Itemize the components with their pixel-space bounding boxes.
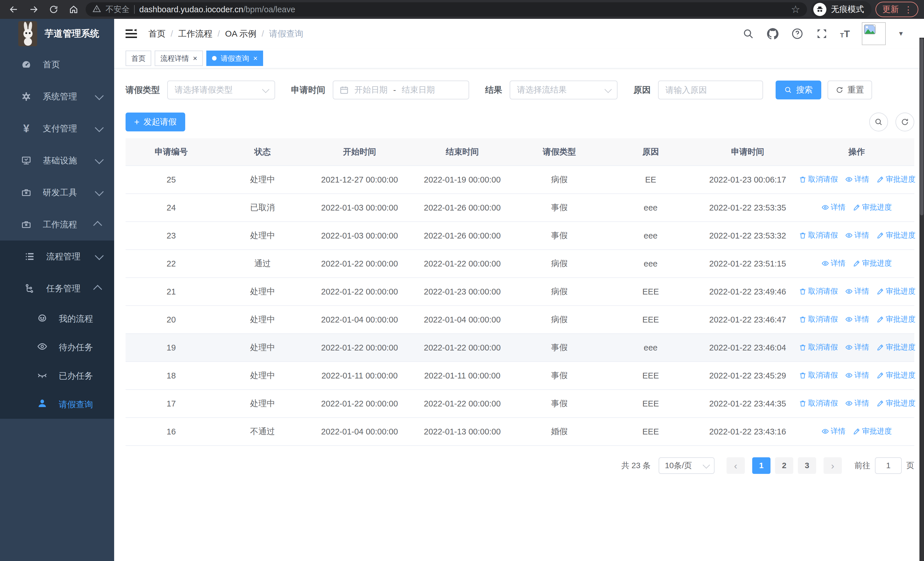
approval-progress-link[interactable]: 审批进度 [877,370,915,380]
approval-progress-link[interactable]: 审批进度 [853,258,892,268]
sidebar-item[interactable]: ¥支付管理 [0,113,114,144]
sidebar-item[interactable]: 首页 [0,48,114,81]
detail-link[interactable]: 详情 [845,174,869,184]
view-tag[interactable]: 流程详情× [154,51,203,66]
browser-menu-icon[interactable]: ⋮ [904,5,913,15]
detail-link[interactable]: 详情 [822,426,846,436]
detail-link[interactable]: 详情 [845,342,869,352]
cancel-leave-link[interactable]: 取消请假 [799,230,838,240]
prev-page-button[interactable]: ‹ [726,457,745,474]
eye-closed-icon [37,370,47,382]
next-page-button[interactable]: › [824,457,842,474]
page-number-button[interactable]: 1 [752,457,771,474]
detail-link[interactable]: 详情 [845,370,869,380]
fullscreen-button[interactable] [816,27,828,40]
apply-time-range-picker[interactable]: 开始日期 - 结束日期 [333,81,469,99]
table-row: 20处理中2022-01-04 00:00:002022-01-04 00:00… [126,305,914,334]
approval-progress-link[interactable]: 审批进度 [877,314,915,324]
help-button[interactable] [791,27,804,40]
breadcrumb-item[interactable]: 工作流程 [178,28,212,40]
cancel-leave-link[interactable]: 取消请假 [799,286,838,296]
trash-icon [799,371,806,379]
cancel-leave-link[interactable]: 取消请假 [799,398,838,408]
approval-progress-link[interactable]: 审批进度 [877,230,915,240]
github-button[interactable] [766,27,779,40]
result-select[interactable]: 请选择流结果 [510,81,618,99]
approval-progress-link[interactable]: 审批进度 [877,342,915,352]
incognito-badge: 无痕模式 [811,1,872,18]
browser-forward-button[interactable] [26,2,42,17]
sidebar-item[interactable]: 工作流程 [0,209,114,241]
sidebar-item[interactable]: 任务管理 [0,272,114,304]
view-tag[interactable]: 首页 [126,51,151,66]
approval-progress-link[interactable]: 审批进度 [877,398,915,408]
page-number-button[interactable]: 3 [798,457,816,474]
refresh-table-button[interactable] [896,113,914,131]
detail-eye-icon [845,288,853,295]
cancel-leave-link[interactable]: 取消请假 [799,342,838,352]
sidebar-item[interactable]: 研发工具 [0,176,114,209]
reset-button[interactable]: 重置 [828,81,872,99]
update-label: 更新 [882,4,899,15]
close-icon[interactable]: × [193,54,197,62]
cell-id: 22 [126,250,217,278]
approval-progress-link[interactable]: 审批进度 [853,426,892,436]
sidebar-subitem[interactable]: 已办任务 [0,362,114,390]
sidebar-subitem[interactable]: 请假查询 [0,390,114,419]
sidebar-item[interactable]: 系统管理 [0,81,114,113]
close-icon[interactable]: × [253,54,257,62]
search-icon [874,118,883,126]
detail-link[interactable]: 详情 [845,398,869,408]
breadcrumb-item[interactable]: OA 示例 [225,28,256,40]
view-tag[interactable]: 请假查询× [206,51,263,66]
pen-icon [877,176,884,183]
header-search-button[interactable] [742,27,754,40]
approval-progress-link[interactable]: 审批进度 [853,202,892,212]
leave-type-select[interactable]: 请选择请假类型 [167,81,275,99]
create-leave-button[interactable]: + 发起请假 [126,113,185,131]
detail-link[interactable]: 详情 [845,230,869,240]
sidebar-item[interactable]: 基础设施 [0,144,114,176]
goto-page-input[interactable] [875,457,902,474]
task-tree-icon [24,283,35,294]
reason-input[interactable] [658,81,763,99]
breadcrumb-item[interactable]: 首页 [148,28,165,40]
address-bar[interactable]: 不安全 dashboard.yudao.iocoder.cn/bpm/oa/le… [86,2,807,17]
approval-progress-link[interactable]: 审批进度 [877,174,915,184]
browser-reload-button[interactable] [46,2,62,17]
cell-status: 处理中 [217,362,308,390]
browser-back-button[interactable] [6,2,22,17]
detail-link[interactable]: 详情 [822,202,846,212]
app-logo[interactable]: 芋道管理系统 [0,19,114,48]
cell-start: 2022-01-22 00:00:00 [308,278,411,305]
detail-link[interactable]: 详情 [845,286,869,296]
page-size-select[interactable]: 10条/页 [658,457,714,474]
avatar[interactable] [862,22,886,45]
detail-link[interactable]: 详情 [822,258,846,268]
sidebar-subitem[interactable]: 我的流程 [0,304,114,333]
browser-home-button[interactable] [66,2,82,17]
toggle-search-button[interactable] [869,113,888,131]
cell-status: 处理中 [217,305,308,334]
bookmark-star-icon[interactable]: ☆ [791,4,800,15]
sidebar-collapse-button[interactable] [123,25,140,42]
page-scrollbar[interactable] [920,38,924,561]
table-row: 23处理中2022-01-03 00:00:002022-01-26 00:00… [126,222,914,250]
sidebar-item[interactable]: 流程管理 [0,241,114,272]
font-size-button[interactable]: TT [840,29,850,39]
detail-link[interactable]: 详情 [845,314,869,324]
sidebar-menu: 首页系统管理¥支付管理基础设施研发工具工作流程 [0,48,114,241]
sidebar-subitem[interactable]: 待办任务 [0,333,114,362]
table-toolbar: + 发起请假 [126,113,914,131]
avatar-caret-icon[interactable]: ▼ [898,30,904,38]
cancel-leave-link[interactable]: 取消请假 [799,314,838,324]
approval-progress-link[interactable]: 审批进度 [877,286,915,296]
page-number-button[interactable]: 2 [775,457,793,474]
cancel-leave-link[interactable]: 取消请假 [799,370,838,380]
cancel-leave-link-label: 取消请假 [808,314,838,324]
cancel-leave-link-label: 取消请假 [808,342,838,352]
cancel-leave-link[interactable]: 取消请假 [799,174,838,184]
scrollbar-thumb[interactable] [920,38,923,215]
search-button[interactable]: 搜索 [776,81,821,99]
browser-update-button[interactable]: 更新 ⋮ [876,2,918,17]
